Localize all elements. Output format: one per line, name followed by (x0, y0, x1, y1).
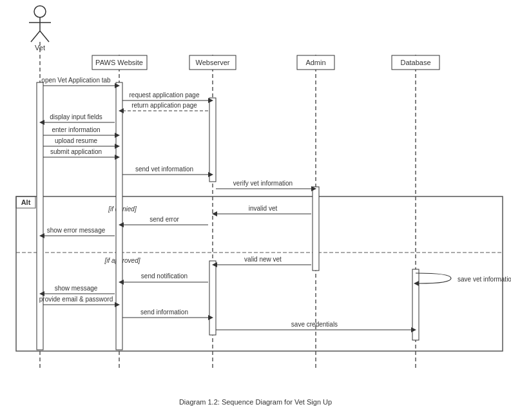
msg-show-error: show error message (47, 227, 106, 234)
msg-show-msg: show message (55, 285, 98, 292)
alt-label: Alt (21, 198, 31, 206)
web-label: Webserver (196, 59, 230, 66)
msg-return-page: return application page (131, 102, 197, 109)
msg-verify: verify vet information (233, 180, 293, 187)
svg-rect-19 (209, 98, 216, 182)
svg-rect-14 (16, 196, 503, 351)
msg-invalid-vet: invalid vet (249, 205, 278, 212)
msg-send-notif: send notification (141, 272, 188, 280)
msg-valid-vet: valid new vet (244, 256, 282, 263)
db-label: Database (400, 59, 430, 66)
msg-provide-creds: provide email & password (39, 296, 113, 303)
paws-label: PAWS Website (95, 59, 143, 66)
msg-send-vet-info: send vet information (135, 166, 193, 173)
msg-save-vet: save vet information (458, 276, 511, 283)
msg-submit: submit application (50, 148, 102, 155)
msg-display-fields: display input fields (50, 113, 102, 120)
svg-point-5 (34, 6, 46, 17)
admin-label: Admin (305, 59, 325, 66)
svg-rect-21 (209, 261, 216, 335)
msg-upload-resume: upload resume (55, 137, 98, 144)
svg-line-9 (40, 31, 49, 42)
msg-request-page: request application page (130, 91, 200, 99)
msg-send-error: send error (149, 216, 179, 223)
svg-rect-18 (116, 82, 122, 350)
msg-enter-info: enter information (52, 126, 100, 133)
vet-label: Vet (35, 44, 45, 52)
msg-save-creds: save credentials (291, 321, 338, 328)
svg-rect-20 (313, 187, 319, 271)
msg-send-info: send information (140, 309, 188, 316)
msg-open-vet: open Vet Application tab (41, 77, 111, 84)
svg-line-8 (31, 31, 40, 42)
diagram-caption: Diagram 1.2: Sequence Diagram for Vet Si… (0, 398, 511, 406)
diagram-svg: Vet PAWS Website Webserver Admin Databas… (0, 0, 511, 409)
sequence-diagram: Vet PAWS Website Webserver Admin Databas… (0, 0, 511, 409)
